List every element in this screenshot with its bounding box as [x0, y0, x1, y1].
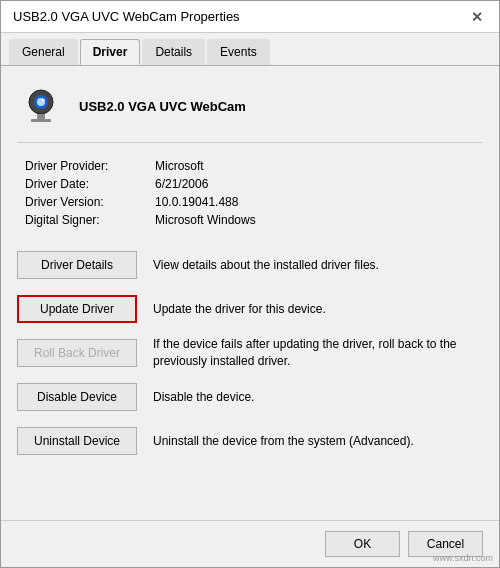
webcam-icon [21, 86, 61, 126]
dialog-footer: OK Cancel www.sxdn.com [1, 520, 499, 567]
svg-point-3 [42, 99, 45, 102]
window-title: USB2.0 VGA UVC WebCam Properties [13, 9, 240, 24]
actions-list: Driver DetailsView details about the ins… [17, 247, 483, 504]
action-button-roll-back-driver: Roll Back Driver [17, 339, 137, 367]
version-label: Driver Version: [25, 195, 155, 209]
action-row-3: Disable DeviceDisable the device. [17, 379, 483, 415]
ok-button[interactable]: OK [325, 531, 400, 557]
action-row-2: Roll Back DriverIf the device fails afte… [17, 335, 483, 371]
action-row-1: Update DriverUpdate the driver for this … [17, 291, 483, 327]
action-button-driver-details[interactable]: Driver Details [17, 251, 137, 279]
tab-events[interactable]: Events [207, 39, 270, 65]
action-desc-2: If the device fails after updating the d… [153, 336, 483, 370]
action-button-disable-device[interactable]: Disable Device [17, 383, 137, 411]
provider-value: Microsoft [155, 159, 204, 173]
tab-general[interactable]: General [9, 39, 78, 65]
action-desc-4: Uninstall the device from the system (Ad… [153, 433, 414, 450]
date-label: Driver Date: [25, 177, 155, 191]
action-desc-1: Update the driver for this device. [153, 301, 326, 318]
watermark: www.sxdn.com [433, 553, 493, 563]
action-button-uninstall-device[interactable]: Uninstall Device [17, 427, 137, 455]
date-value: 6/21/2006 [155, 177, 208, 191]
device-icon [17, 82, 65, 130]
device-name: USB2.0 VGA UVC WebCam [79, 99, 246, 114]
info-row-version: Driver Version: 10.0.19041.488 [25, 195, 483, 209]
tab-driver[interactable]: Driver [80, 39, 141, 65]
signer-label: Digital Signer: [25, 213, 155, 227]
action-button-update-driver[interactable]: Update Driver [17, 295, 137, 323]
action-row-4: Uninstall DeviceUninstall the device fro… [17, 423, 483, 459]
provider-label: Driver Provider: [25, 159, 155, 173]
info-row-date: Driver Date: 6/21/2006 [25, 177, 483, 191]
signer-value: Microsoft Windows [155, 213, 256, 227]
svg-rect-4 [37, 114, 45, 119]
tab-bar: General Driver Details Events [1, 33, 499, 66]
action-desc-0: View details about the installed driver … [153, 257, 379, 274]
tab-details[interactable]: Details [142, 39, 205, 65]
close-button[interactable]: ✕ [467, 7, 487, 27]
info-row-signer: Digital Signer: Microsoft Windows [25, 213, 483, 227]
action-desc-3: Disable the device. [153, 389, 254, 406]
device-header: USB2.0 VGA UVC WebCam [17, 82, 483, 143]
title-bar: USB2.0 VGA UVC WebCam Properties ✕ [1, 1, 499, 33]
action-row-0: Driver DetailsView details about the ins… [17, 247, 483, 283]
tab-content: USB2.0 VGA UVC WebCam Driver Provider: M… [1, 66, 499, 520]
svg-rect-5 [31, 119, 51, 122]
driver-info-table: Driver Provider: Microsoft Driver Date: … [17, 159, 483, 231]
info-row-provider: Driver Provider: Microsoft [25, 159, 483, 173]
dialog-window: USB2.0 VGA UVC WebCam Properties ✕ Gener… [0, 0, 500, 568]
version-value: 10.0.19041.488 [155, 195, 238, 209]
